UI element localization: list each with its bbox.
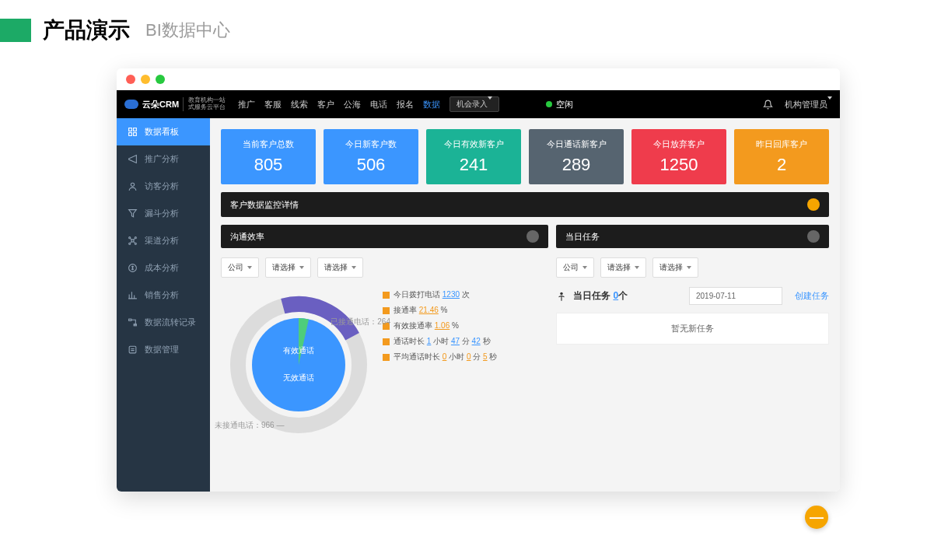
brand-tagline: 教育机构一站式服务云平台 [183, 97, 226, 111]
svg-rect-1 [134, 128, 137, 131]
svg-rect-3 [134, 133, 137, 136]
sidebar-item-label: 数据看板 [145, 126, 179, 138]
visitor-icon [128, 181, 138, 191]
stat-value: 805 [224, 155, 313, 175]
brand-logo[interactable]: 云朵CRM 教育机构一站式服务云平台 [124, 97, 226, 111]
sidebar-item-label: 漏斗分析 [145, 208, 179, 219]
svg-rect-0 [129, 128, 132, 131]
stat-card-5[interactable]: 昨日回库客户2 [734, 129, 829, 184]
company-select[interactable]: 公司 [221, 257, 259, 278]
stat-label: 今日有效新客户 [429, 138, 518, 150]
bell-icon[interactable] [763, 100, 773, 110]
stat-label: 今日放弃客户 [635, 138, 723, 150]
mac-titlebar [117, 68, 840, 90]
filter-select-1[interactable]: 请选择 [265, 257, 311, 278]
svg-point-8 [129, 243, 131, 244]
metrics-legend: 今日拨打电话 1230 次 接通率 21.46 % 有效接通率 1.06 % 通… [383, 287, 497, 365]
sidebar-item-label: 销售分析 [145, 289, 179, 301]
nav-item-6[interactable]: 报名 [397, 99, 414, 110]
sidebar-item-label: 访客分析 [145, 180, 179, 192]
stat-card-2[interactable]: 今日有效新客户241 [426, 129, 521, 184]
sidebar-item-promo[interactable]: 推广分析 [117, 145, 210, 173]
minimize-dot[interactable] [141, 75, 150, 84]
svg-point-4 [131, 183, 134, 186]
task-filter-select-2[interactable]: 请选择 [652, 257, 698, 278]
task-company-select[interactable]: 公司 [556, 257, 594, 278]
nav-item-1[interactable]: 客服 [264, 99, 282, 110]
sidebar-item-label: 渠道分析 [145, 235, 179, 247]
maximize-dot[interactable] [156, 75, 165, 84]
dashboard-icon [128, 127, 138, 137]
top-navbar: 云朵CRM 教育机构一站式服务云平台 推广客服线索客户公海电话报名数据 机会录入… [117, 90, 840, 118]
sidebar-item-funnel[interactable]: 漏斗分析 [117, 200, 210, 227]
filter-select-2[interactable]: 请选择 [317, 257, 363, 278]
admin-menu[interactable]: 机构管理员 [785, 99, 832, 110]
svg-rect-2 [129, 133, 132, 136]
svg-rect-11 [129, 319, 131, 320]
tasks-collapse-button[interactable] [807, 230, 820, 243]
channel-icon [128, 236, 138, 246]
svg-point-7 [135, 237, 136, 239]
efficiency-panel-header: 沟通效率 [221, 225, 548, 248]
nav-item-7[interactable]: 数据 [423, 99, 440, 110]
sidebar-item-cost[interactable]: 成本分析 [117, 254, 210, 282]
nav-item-3[interactable]: 客户 [317, 99, 334, 110]
sidebar-item-sales[interactable]: 销售分析 [117, 282, 210, 309]
svg-point-9 [135, 243, 136, 244]
communication-donut-chart: 有效通话 无效通话 已接通电话：264 未接通电话：966 — [221, 287, 376, 443]
sidebar-item-label: 成本分析 [145, 262, 179, 274]
stat-label: 当前客户总数 [224, 138, 313, 150]
sidebar: 数据看板推广分析访客分析漏斗分析渠道分析成本分析销售分析数据流转记录数据管理 [117, 118, 210, 492]
task-filter-select-1[interactable]: 请选择 [600, 257, 646, 278]
stat-card-3[interactable]: 今日通话新客户289 [529, 129, 624, 184]
sidebar-item-flow[interactable]: 数据流转记录 [117, 309, 210, 336]
efficiency-collapse-button[interactable] [526, 230, 539, 243]
stat-value: 1250 [635, 155, 723, 175]
tasks-panel-header: 当日任务 [556, 225, 829, 248]
nav-items: 推广客服线索客户公海电话报名数据 [238, 99, 440, 110]
close-dot[interactable] [126, 75, 135, 84]
stat-value: 241 [429, 155, 518, 175]
floating-action-button[interactable]: — [805, 506, 828, 529]
stat-value: 2 [737, 155, 826, 175]
sidebar-item-channel[interactable]: 渠道分析 [117, 227, 210, 254]
sidebar-item-visitor[interactable]: 访客分析 [117, 173, 210, 200]
tasks-empty-state: 暂无新任务 [556, 313, 829, 345]
cloud-icon [124, 100, 138, 109]
page-header: 产品演示 BI数据中心 [0, 0, 941, 68]
task-date-input[interactable] [689, 287, 782, 305]
idle-status: 空闲 [546, 99, 573, 110]
stat-value: 289 [532, 155, 621, 175]
task-count-label: 当日任务 0个 [573, 289, 628, 303]
promo-icon [128, 154, 138, 164]
nav-item-5[interactable]: 电话 [370, 99, 387, 110]
svg-rect-13 [129, 346, 136, 353]
stat-card-0[interactable]: 当前客户总数805 [221, 129, 316, 184]
svg-point-19 [560, 292, 563, 295]
svg-point-6 [129, 237, 131, 239]
page-title: 产品演示 [43, 16, 130, 45]
nav-item-0[interactable]: 推广 [238, 99, 255, 110]
stat-card-1[interactable]: 今日新客户数506 [324, 129, 418, 184]
person-icon [556, 289, 567, 303]
sidebar-item-label: 数据管理 [145, 344, 179, 355]
sales-icon [128, 290, 138, 300]
stat-value: 506 [327, 155, 415, 175]
app-window: 云朵CRM 教育机构一站式服务云平台 推广客服线索客户公海电话报名数据 机会录入… [117, 68, 840, 492]
stat-card-4[interactable]: 今日放弃客户1250 [631, 129, 726, 184]
status-dot-icon [546, 101, 552, 107]
monitor-panel-header: 客户数据监控详情 [221, 192, 829, 217]
sidebar-item-label: 数据流转记录 [145, 317, 196, 328]
sidebar-item-dashboard[interactable]: 数据看板 [117, 118, 210, 145]
create-task-link[interactable]: 创建任务 [795, 290, 829, 302]
nav-item-2[interactable]: 线索 [291, 99, 308, 110]
collapse-button[interactable] [807, 198, 820, 211]
opportunity-entry-button[interactable]: 机会录入 [450, 96, 499, 112]
nav-item-4[interactable]: 公海 [344, 99, 361, 110]
sidebar-item-label: 推广分析 [145, 153, 179, 165]
stat-cards-row: 当前客户总数805今日新客户数506今日有效新客户241今日通话新客户289今日… [221, 129, 829, 184]
manage-icon [128, 345, 138, 355]
sidebar-item-manage[interactable]: 数据管理 [117, 336, 210, 363]
svg-text:无效通话: 无效通话 [283, 373, 314, 382]
brand-name: 云朵CRM [142, 99, 179, 110]
